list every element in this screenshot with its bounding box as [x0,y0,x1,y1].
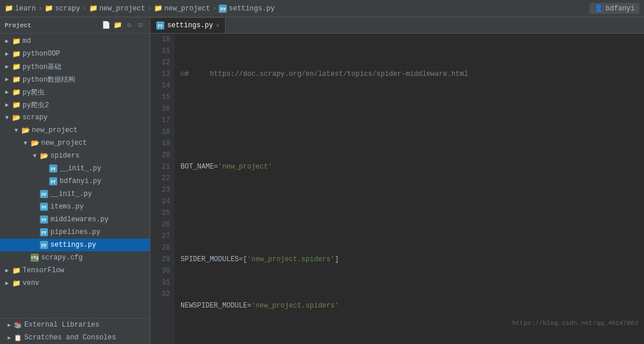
breadcrumb-scrapy[interactable]: 📁 scrapy [45,4,80,13]
sidebar-header: Project 📄 📁 ⚙ ⊟ [0,17,150,34]
str-newspider-module: 'new_project.spiders' [251,300,338,312]
ext-lib-icon: 📚 [14,321,22,329]
folder-icon-pythonoop [12,49,21,58]
sidebar: Project 📄 📁 ⚙ ⊟ md pythonOOP [0,17,150,344]
tab-settings-py[interactable]: py settings.py ✕ [150,18,226,33]
str-spider-modules: 'new_project.spiders' [247,254,334,265]
tree-item-pythonoop[interactable]: pythonOOP [0,47,150,60]
op-eq-14: = [239,254,243,265]
code-line-13 [181,207,644,219]
tab-close-button[interactable]: ✕ [216,22,219,29]
tree-item-md[interactable]: md [0,35,150,47]
code-editor[interactable]: 10 11 12 13 14 15 16 17 18 19 20 21 22 2… [150,34,644,344]
ln-19: 19 [155,138,170,149]
py-icon-pipelines: py [39,228,49,237]
tree-label-spiders: spiders [50,152,79,160]
tree-item-new-project-l2[interactable]: new_project [0,137,150,149]
tree-arrow-py-crawler [2,87,12,97]
tree-arrow-new-project-l1 [12,126,21,135]
tab-bar: py settings.py ✕ [150,17,644,34]
tree-item-venv[interactable]: 📁 venv [0,277,150,290]
settings-button[interactable]: ⚙ [124,21,134,30]
py-icon-bdfanyi: py [49,177,58,186]
ln-21: 21 [155,161,170,173]
ln-28: 28 [155,242,170,254]
folder-icon-py-crawler2 [12,100,21,109]
tree-label-scrapy-cfg: scrapy.cfg [41,254,83,262]
tab-label: settings.py [167,21,213,30]
scratches-consoles-item[interactable]: 📋 Scratches and Consoles [0,331,150,344]
project-tree: md pythonOOP python基础 python数据结构 [0,34,150,318]
op-eq-12: = [214,161,218,173]
fold-icon-10[interactable]: ⊟ [181,68,185,80]
bc-sep3: › [148,5,152,13]
folder-icon-new-project-l1 [21,126,30,135]
bracket-close-14: ] [334,254,338,265]
tree-item-settings-py[interactable]: py settings.py [0,239,150,251]
folder-icon-scrapy [12,113,21,122]
tree-item-new-project-l1[interactable]: new_project [0,124,150,137]
tree-item-init-py2[interactable]: py __init_.py [0,188,150,200]
new-folder-button[interactable]: 📁 [113,21,122,30]
breadcrumb-new-project1[interactable]: 📁 new_project [89,4,145,13]
var-botname: BOT_NAME [181,161,214,173]
external-libraries-item[interactable]: 📚 External Libraries [0,319,150,331]
py-icon-init2: py [39,189,49,199]
py-icon-middlewares: py [39,215,49,224]
tree-arrow-tensorflow [2,266,12,275]
top-bar: 📁 learn › 📁 scrapy › 📁 new_project › 📁 n… [0,0,644,17]
breadcrumb-learn[interactable]: 📁 learn [5,4,36,13]
ln-20: 20 [155,149,170,161]
ln-10: 10 [155,34,170,45]
ln-11: 11 [155,45,170,57]
bc-sep2: › [82,5,86,13]
scratches-icon: 📋 [14,334,22,342]
tree-item-middlewares-py[interactable]: py middlewares.py [0,213,150,226]
tree-label-scrapy: scrapy [23,114,47,122]
bc-np1: new_project [100,5,145,13]
tree-item-items-py[interactable]: py items.py [0,200,150,213]
tree-label-items-py: items.py [50,203,84,211]
ln-13: 13 [155,68,170,80]
tree-item-scrapy-cfg[interactable]: cfg scrapy.cfg [0,251,150,264]
breadcrumb-new-project2[interactable]: 📁 new_project [154,4,210,13]
folder-icon-py-crawler [12,87,21,97]
py-icon-items: py [39,202,49,211]
code-line-14: SPIDER_MODULES = ['new_project.spiders'] [181,254,644,265]
tree-item-pipelines-py[interactable]: py pipelines.py [0,226,150,239]
tree-arrow-md [2,36,12,46]
user-badge: 👤 bdfanyi [590,3,639,14]
tree-item-spiders[interactable]: spiders [0,149,150,162]
tree-item-py-crawler[interactable]: py爬虫 [0,86,150,98]
ln-12: 12 [155,57,170,68]
tree-label-init-py: __init_.py [60,164,101,173]
var-newspider-module: NEWSPIDER_MODULE [181,300,247,312]
tree-item-tensorflow[interactable]: TensorFlow [0,264,150,277]
breadcrumb-settings[interactable]: py settings.py [219,5,274,13]
tree-arrow-pythonoop [2,49,12,58]
bc-np2: new_project [164,5,210,13]
tree-arrow-py-crawler2 [2,100,12,109]
ln-15: 15 [155,92,170,103]
tree-label-bdfanyi-py: bdfanyi.py [60,177,101,185]
tree-item-init-py[interactable]: py __init_.py [0,162,150,175]
tab-py-icon: py [156,21,164,30]
tree-item-bdfanyi-py[interactable]: py bdfanyi.py [0,175,150,188]
tree-label-venv: venv [23,279,39,287]
code-line-11 [181,115,644,126]
ln-26: 26 [155,219,170,230]
new-file-button[interactable]: 📄 [101,21,111,30]
sidebar-footer: 📚 External Libraries 📋 Scratches and Con… [0,318,150,344]
tree-item-python-basics[interactable]: python基础 [0,60,150,73]
folder-icon-tensorflow [12,266,21,275]
tree-arrow-venv [2,279,12,288]
bc-scrapy: scrapy [55,5,80,13]
tree-item-scrapy[interactable]: scrapy [0,111,150,124]
str-botname: 'new_project' [218,161,273,173]
tree-item-py-crawler2[interactable]: py爬虫2 [0,98,150,111]
tree-item-python-ds[interactable]: python数据结构 [0,73,150,86]
bracket-open-14: [ [243,254,247,265]
tree-arrow-scrapy [2,113,12,122]
collapse-button[interactable]: ⊟ [136,21,145,30]
tree-label-tensorflow: TensorFlow [23,266,64,275]
